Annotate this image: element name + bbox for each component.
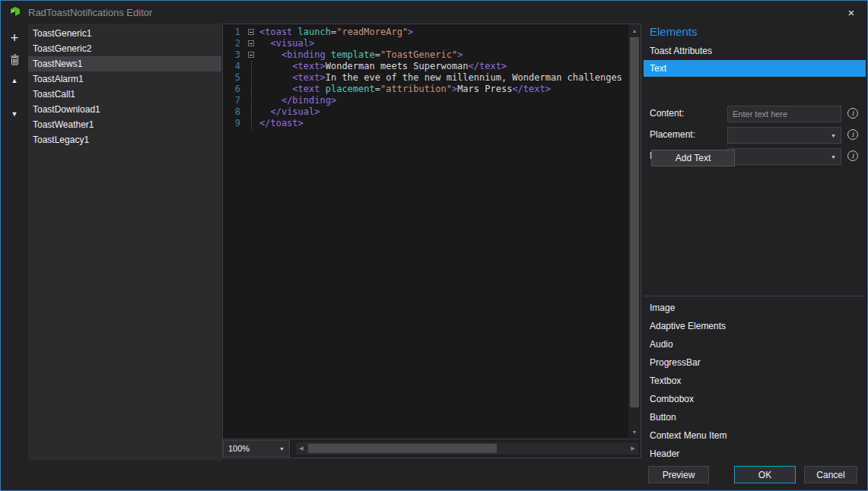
scroll-right-icon[interactable]: ▶ [628, 442, 638, 455]
code-text: <visual> [259, 38, 628, 49]
move-up-button[interactable]: ▲ [3, 72, 26, 89]
scroll-up-icon[interactable]: ▲ [628, 25, 641, 36]
element-item[interactable]: Combobox [644, 390, 866, 408]
add-toast-button[interactable]: + [3, 30, 26, 46]
code-line[interactable]: 9</toast> [223, 118, 628, 129]
info-icon[interactable]: i [847, 150, 858, 161]
arrow-up-icon: ▲ [11, 77, 18, 84]
code-line[interactable]: 1<toast launch="readMoreArg"> [223, 27, 628, 38]
element-item[interactable]: Image [644, 299, 866, 317]
fold-collapse-icon[interactable] [244, 38, 259, 49]
xml-editor[interactable]: 1<toast launch="readMoreArg">2 <visual>3… [222, 24, 641, 458]
line-number: 2 [223, 38, 244, 49]
code-line[interactable]: 8 </visual> [223, 106, 628, 118]
code-text: <toast launch="readMoreArg"> [259, 27, 628, 38]
info-icon[interactable]: i [847, 108, 858, 119]
cancel-button[interactable]: Cancel [804, 466, 857, 483]
telerik-logo-icon [8, 6, 22, 18]
scroll-down-icon[interactable]: ▼ [628, 426, 641, 437]
toast-list-item[interactable]: ToastCall1 [28, 87, 221, 102]
chevron-down-icon: ▼ [831, 154, 836, 160]
placement-row: Placement: ▼ i [644, 127, 866, 144]
code-line[interactable]: 6 <text placement="attribution">Mars Pre… [223, 84, 628, 95]
window-title: RadToastNotifications Editor [28, 7, 152, 18]
code-text: <text placement="attribution">Mars Press… [259, 84, 628, 95]
code-text: </toast> [259, 118, 628, 129]
plus-icon: + [11, 31, 19, 45]
editor-bottom-bar: 100% ▼ ◀ ▶ [223, 439, 641, 458]
close-icon: × [848, 6, 855, 19]
code-text: <text>Wonderman meets Superwoman</text> [259, 61, 628, 72]
fold-guide [244, 61, 259, 72]
vertical-scrollbar[interactable]: ▲ ▼ [628, 24, 641, 438]
code-text: </visual> [259, 106, 628, 118]
scroll-left-icon[interactable]: ◀ [296, 442, 307, 455]
toast-toolbar: + ▲ ▼ [1, 24, 28, 461]
arrow-down-icon: ▼ [11, 110, 18, 118]
toast-list-item[interactable]: ToastAlarm1 [28, 71, 221, 87]
element-item[interactable]: ProgressBar [644, 353, 866, 372]
code-text: </binding> [259, 95, 628, 106]
line-number: 7 [223, 95, 244, 106]
element-item[interactable]: Context Menu Item [644, 426, 866, 445]
line-number: 8 [223, 106, 244, 118]
fold-guide [244, 72, 259, 84]
code-line[interactable]: 2 <visual> [223, 38, 628, 49]
code-line[interactable]: 3 <binding template="ToastGeneric"> [223, 49, 628, 61]
fold-guide [244, 106, 259, 118]
fold-guide [244, 118, 259, 129]
preview-button[interactable]: Preview [648, 466, 709, 483]
add-text-button[interactable]: Add Text [651, 150, 735, 166]
code-line[interactable]: 5 <text>In the eve of the new millennium… [223, 72, 628, 84]
fold-collapse-icon[interactable] [244, 49, 259, 61]
toast-list-item[interactable]: ToastWeather1 [28, 117, 221, 132]
toast-list-item[interactable]: ToastGeneric1 [28, 26, 221, 41]
vertical-scrollbar-thumb[interactable] [630, 37, 639, 407]
element-item[interactable]: Header [644, 445, 866, 463]
code-line[interactable]: 7 </binding> [223, 95, 628, 106]
line-number: 1 [223, 27, 244, 38]
toast-list-item[interactable]: ToastLegacy1 [28, 132, 221, 147]
elements-list: ImageAdaptive ElementsAudioProgressBarTe… [644, 299, 866, 463]
code-line[interactable]: 4 <text>Wonderman meets Superwoman</text… [223, 61, 628, 72]
ok-button[interactable]: OK [734, 466, 796, 483]
chevron-down-icon: ▼ [279, 446, 285, 451]
placement-label: Placement: [650, 129, 695, 140]
line-number: 6 [223, 84, 244, 95]
toast-list: ToastGeneric1ToastGeneric2ToastNews1Toas… [28, 24, 221, 461]
toast-attributes-item[interactable]: Toast Attributes [644, 43, 866, 59]
info-icon[interactable]: i [847, 129, 858, 140]
elements-panel: Elements Toast Attributes Text Content: … [644, 24, 866, 461]
fold-guide [244, 95, 259, 106]
panel-divider [644, 296, 866, 296]
element-item[interactable]: Textbox [644, 372, 866, 390]
fold-collapse-icon[interactable] [244, 27, 259, 38]
toast-list-item[interactable]: ToastDownload1 [28, 102, 221, 117]
chevron-down-icon: ▼ [831, 133, 836, 138]
code-text: <text>In the eve of the new millennium, … [259, 72, 628, 84]
element-item[interactable]: Button [644, 408, 866, 426]
line-number: 9 [223, 118, 244, 129]
line-number: 4 [223, 61, 244, 72]
element-item[interactable]: Adaptive Elements [644, 317, 866, 335]
delete-toast-button[interactable] [3, 51, 26, 68]
content-input[interactable] [727, 106, 841, 122]
radtoast-editor-window: RadToastNotifications Editor × + ▲ ▼ Toa… [0, 0, 868, 491]
placement-combobox[interactable]: ▼ [727, 127, 841, 144]
code-lines: 1<toast launch="readMoreArg">2 <visual>3… [223, 27, 628, 438]
element-item-text-selected[interactable]: Text [644, 60, 866, 77]
max-lines-combobox[interactable]: ▼ [727, 148, 841, 165]
horizontal-scrollbar-thumb[interactable] [308, 444, 497, 453]
toast-list-item[interactable]: ToastGeneric2 [28, 41, 221, 56]
element-item[interactable]: Audio [644, 335, 866, 353]
close-button[interactable]: × [841, 3, 861, 21]
elements-header: Elements [650, 25, 698, 38]
zoom-select[interactable]: 100% ▼ [223, 440, 290, 457]
move-down-button[interactable]: ▼ [3, 106, 26, 122]
zoom-value: 100% [228, 444, 250, 453]
titlebar: RadToastNotifications Editor × [1, 1, 867, 24]
horizontal-scrollbar[interactable]: ◀ ▶ [296, 442, 638, 455]
line-number: 3 [223, 49, 244, 61]
toast-list-item[interactable]: ToastNews1 [28, 56, 221, 71]
fold-guide [244, 84, 259, 95]
